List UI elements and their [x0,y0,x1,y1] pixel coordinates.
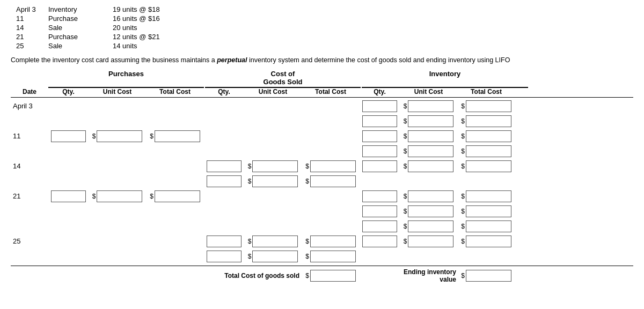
date11-inv-unit-cost-1[interactable] [408,130,453,142]
purchases-unit-cost-header: Unit Cost [89,88,146,95]
date-header: Date [11,88,48,95]
date21-inv-qty-1[interactable] [362,190,397,202]
date14-cogs-total-cost-1[interactable] [310,160,356,172]
dollar-sign: $ [305,253,309,260]
date21-pur-qty[interactable] [51,190,86,202]
purchases-total-cost-header: Total Cost [146,88,204,95]
date-14-row-1: 14 $ $ $ [11,159,633,173]
dollar-sign: $ [461,148,465,155]
date14-cogs-unit-cost-1[interactable] [252,160,298,172]
date25-inv-unit-cost-1[interactable] [408,236,453,247]
date11-inv-qty-1[interactable] [362,130,397,142]
dollar-sign: $ [404,208,407,215]
cost-card-table: Purchases Cost ofGoods Sold Inventory Da… [11,70,633,283]
april3-inv-total-cost-1[interactable] [466,100,511,112]
cogs-unit-cost-header: Unit Cost [244,88,302,95]
dollar-sign: $ [404,223,407,230]
dollar-sign: $ [150,133,153,140]
inventory-header: Inventory [362,70,528,88]
date11-pur-unit-cost[interactable] [97,130,142,142]
date14-cogs-qty-2[interactable] [207,175,241,187]
date21-inv-unit-cost-2[interactable] [408,205,453,217]
date-14-row-2: $ $ [11,174,633,188]
april-3-group: April 3 $ $ [11,99,633,128]
date-11-row-2: $ $ [11,144,633,158]
date25-cogs-qty-1[interactable] [207,236,241,247]
transaction-detail: 16 units @ $16 [113,14,220,23]
date21-inv-qty-3[interactable] [362,220,397,232]
date21-pur-unit-cost[interactable] [97,190,142,202]
date25-cogs-total-cost-1[interactable] [310,236,356,247]
intro-section: April 3 Inventory 19 units @ $18 11 Purc… [11,5,633,50]
date-col: 14 [16,24,48,32]
date14-cogs-total-cost-2[interactable] [310,175,356,187]
date14-inv-unit-cost-1[interactable] [408,160,453,172]
date21-pur-total-cost[interactable] [155,190,200,202]
transaction-detail: 12 units @ $21 [113,33,220,41]
date14-inv-qty-1[interactable] [362,160,397,172]
transaction-detail: 19 units @ $18 [113,5,220,13]
april3-inv-total-cost-2[interactable] [466,115,511,127]
cogs-total-cost-header: Total Cost [302,88,360,95]
dollar-sign: $ [92,193,96,200]
ending-inventory-value[interactable] [466,270,511,282]
date25-cogs-unit-cost-2[interactable] [252,251,298,262]
april3-inv-qty-1[interactable] [362,100,397,112]
date11-inv-qty-2[interactable] [362,145,397,157]
april3-inv-unit-cost-2[interactable] [408,115,453,127]
transaction-type: Sale [48,24,113,32]
transaction-detail: 20 units [113,24,220,32]
date-col: 11 [16,14,48,23]
april-3-row-1: April 3 $ $ [11,99,633,113]
dollar-sign: $ [305,272,309,279]
date11-pur-qty[interactable] [51,130,86,142]
total-cogs-row: Total Cost of goods sold $ Ending invent… [11,266,633,283]
date-21-row-3: $ $ [11,219,633,233]
date-25-row-2: $ $ [11,249,633,263]
dollar-sign: $ [404,238,407,245]
date-25-label: 25 [11,237,48,245]
april3-inv-unit-cost-1[interactable] [408,100,453,112]
date21-inv-total-cost-3[interactable] [466,220,511,232]
date-col: 21 [16,33,48,41]
intro-row-3: 14 Sale 20 units [11,24,633,32]
dollar-sign: $ [461,272,465,279]
date25-cogs-qty-2[interactable] [207,251,241,262]
dollar-sign: $ [404,193,407,200]
date21-inv-total-cost-1[interactable] [466,190,511,202]
date11-inv-total-cost-1[interactable] [466,130,511,142]
date21-inv-unit-cost-1[interactable] [408,190,453,202]
dollar-sign: $ [305,163,309,170]
april3-inv-qty-2[interactable] [362,115,397,127]
date25-cogs-unit-cost-1[interactable] [252,236,298,247]
date-21-group: 21 $ $ $ [11,189,633,233]
transaction-detail: 14 units [113,42,220,50]
transaction-type: Inventory [48,5,113,13]
dollar-sign: $ [461,133,465,140]
date11-pur-total-cost[interactable] [155,130,200,142]
dollar-sign: $ [92,133,96,140]
total-cogs-value[interactable] [310,270,356,282]
date25-inv-qty-1[interactable] [362,236,397,247]
date25-cogs-total-cost-2[interactable] [310,251,356,262]
date21-inv-total-cost-2[interactable] [466,205,511,217]
dollar-sign: $ [461,208,465,215]
dollar-sign: $ [248,163,252,170]
dollar-sign: $ [461,238,465,245]
date14-inv-total-cost-1[interactable] [466,160,511,172]
date14-cogs-qty-1[interactable] [207,160,241,172]
date14-cogs-unit-cost-2[interactable] [252,175,298,187]
date21-inv-unit-cost-3[interactable] [408,220,453,232]
description-text: Complete the inventory cost card assumin… [11,55,633,65]
date11-inv-unit-cost-2[interactable] [408,145,453,157]
date11-inv-total-cost-2[interactable] [466,145,511,157]
date25-inv-total-cost-1[interactable] [466,236,511,247]
date21-inv-qty-2[interactable] [362,205,397,217]
date-21-row-1: 21 $ $ $ [11,189,633,203]
cost-of-goods-sold-header: Cost ofGoods Sold [205,70,361,88]
date-11-label: 11 [11,132,48,140]
date-14-group: 14 $ $ $ [11,159,633,188]
dollar-sign: $ [461,102,465,110]
ending-inventory-label: Ending inventory value [400,268,457,283]
dollar-sign: $ [305,238,309,245]
